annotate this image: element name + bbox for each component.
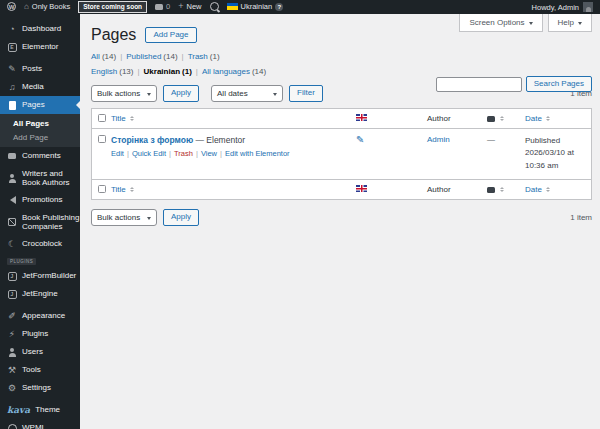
sidebar-item-label: Plugins	[22, 329, 48, 338]
submenu-item-all-pages[interactable]: All Pages	[0, 116, 80, 130]
site-name-link[interactable]: ⌂ Only Books	[24, 2, 70, 11]
filter-all-languages[interactable]: All languages (14)	[202, 67, 266, 76]
screen-options-tab[interactable]: Screen Options	[459, 14, 542, 32]
howdy-account-link[interactable]: Howdy, Admin	[532, 3, 579, 12]
sort-arrows-icon	[546, 114, 550, 123]
bulk-actions-select[interactable]: Bulk actions	[91, 209, 157, 226]
sidebar-item-crocoblock[interactable]: ☾ Crocoblock	[0, 235, 80, 253]
user-avatar[interactable]	[583, 2, 593, 12]
sidebar-item-jetformbuilder[interactable]: J JetFormBuilder	[0, 267, 80, 285]
sidebar-item-label: JetFormBuilder	[22, 271, 76, 280]
wordpress-logo-icon[interactable]: W	[7, 2, 16, 11]
submenu-item-add-page[interactable]: Add Page	[0, 130, 80, 144]
filter-separator: |	[182, 52, 184, 61]
sidebar-item-label: Tools	[22, 365, 41, 374]
sidebar-item-label: Users	[22, 347, 43, 356]
filter-published[interactable]: Published (14)	[126, 52, 177, 61]
sidebar-item-jetengine[interactable]: J JetEngine	[0, 285, 80, 303]
view-action[interactable]: View	[201, 149, 217, 158]
filter-separator: |	[196, 67, 198, 76]
new-content-menu[interactable]: + New	[178, 2, 201, 11]
filter-button[interactable]: Filter	[289, 85, 323, 101]
sort-by-title[interactable]: Title	[111, 185, 134, 194]
table-row: Сторінка з формою — Elementor Edit | Qui…	[92, 129, 591, 179]
sidebar-item-dashboard[interactable]: ◔ Dashboard	[0, 20, 80, 38]
filter-separator: |	[120, 52, 122, 61]
language-switcher[interactable]: Ukrainian ?	[227, 2, 284, 11]
table-header-row: Title Author Date	[92, 109, 591, 129]
sidebar-item-kava-theme[interactable]: kava Theme	[0, 401, 80, 419]
apply-button[interactable]: Apply	[163, 209, 199, 225]
action-separator: |	[127, 149, 129, 158]
sidebar-item-comments[interactable]: Comments	[0, 147, 80, 165]
sidebar-item-settings[interactable]: ⚙ Settings	[0, 379, 80, 397]
megaphone-icon	[7, 196, 17, 204]
apply-button[interactable]: Apply	[163, 85, 199, 101]
sidebar-item-users[interactable]: Users	[0, 343, 80, 361]
admin-bar: W ⌂ Only Books Store coming soon 0 + New…	[0, 0, 600, 14]
sort-by-date[interactable]: Date	[525, 114, 550, 123]
sidebar-item-elementor[interactable]: E Elementor	[0, 38, 80, 56]
elementor-icon: E	[7, 43, 17, 52]
row-checkbox[interactable]	[98, 135, 106, 143]
jetengine-icon: J	[7, 290, 17, 299]
sort-arrows-icon	[500, 185, 504, 194]
post-state-label: — Elementor	[195, 135, 245, 145]
site-name-label: Only Books	[32, 2, 70, 11]
comments-indicator[interactable]: 0	[155, 2, 170, 11]
sidebar-item-label: Comments	[22, 151, 61, 160]
sidebar-item-tools[interactable]: ⚒ Tools	[0, 361, 80, 379]
sidebar-item-promotions[interactable]: Promotions	[0, 191, 80, 209]
uk-flag-icon	[356, 185, 367, 192]
sidebar-item-book-publishing[interactable]: Book Publishing Companies	[0, 209, 80, 235]
sidebar-item-plugins[interactable]: ⚡ Plugins	[0, 325, 80, 343]
add-page-button[interactable]: Add Page	[145, 27, 196, 43]
sort-by-date[interactable]: Date	[525, 185, 550, 194]
select-all-checkbox[interactable]	[98, 185, 106, 193]
new-label: New	[187, 2, 202, 11]
sidebar-item-label: Media	[22, 82, 44, 91]
bulk-actions-select[interactable]: Bulk actions	[91, 85, 157, 102]
sidebar-item-writers[interactable]: Writers and Book Authors	[0, 165, 80, 191]
screen-options-label: Screen Options	[469, 18, 524, 27]
search-pages-button[interactable]: Search Pages	[526, 76, 592, 92]
sidebar-item-pages[interactable]: Pages	[0, 96, 80, 114]
help-tab[interactable]: Help	[548, 14, 592, 32]
sidebar-item-wpml[interactable]: WPML	[0, 419, 80, 429]
sort-by-title[interactable]: Title	[111, 114, 134, 123]
sidebar-item-appearance[interactable]: ✐ Appearance	[0, 307, 80, 325]
filter-ukrainian-current[interactable]: Ukrainian (1)	[144, 67, 192, 76]
chevron-down-icon	[273, 93, 277, 98]
filter-separator: |	[137, 67, 139, 76]
plugins-separator-label: PLUGINS	[7, 258, 36, 265]
sort-arrows-icon	[546, 185, 550, 194]
comment-bubble-icon	[487, 187, 495, 193]
tablenav-bottom: Bulk actions Apply 1 item	[91, 209, 592, 226]
search-input[interactable]	[436, 77, 522, 92]
all-dates-select[interactable]: All dates	[211, 85, 283, 102]
search-box: Search Pages	[436, 76, 592, 92]
pages-admin-content: Screen Options Help Pages Add Page All (…	[80, 14, 600, 429]
edit-action[interactable]: Edit	[111, 149, 124, 158]
edit-square-icon	[7, 218, 17, 226]
edit-translation-pencil-icon[interactable]: ✎	[356, 134, 364, 145]
sidebar-item-media[interactable]: ♫ Media	[0, 78, 80, 96]
sort-by-comments[interactable]	[480, 114, 517, 123]
sort-by-comments[interactable]	[480, 185, 517, 194]
page-title-link[interactable]: Сторінка з формою	[111, 135, 193, 145]
quick-edit-action[interactable]: Quick Edit	[132, 149, 166, 158]
filter-trash[interactable]: Trash (1)	[188, 52, 220, 61]
filter-english[interactable]: English (13)	[91, 67, 133, 76]
select-all-checkbox[interactable]	[98, 114, 106, 122]
wpml-globe-icon	[7, 424, 17, 429]
sidebar-item-posts[interactable]: ✎ Posts	[0, 60, 80, 78]
screen-meta-tabs: Screen Options Help	[459, 14, 592, 32]
sidebar-item-label: WPML	[22, 423, 46, 429]
edit-with-elementor-action[interactable]: Edit with Elementor	[225, 149, 290, 158]
wpml-icon[interactable]	[210, 2, 219, 11]
row-actions: Edit | Quick Edit | Trash | View | Edit …	[111, 149, 350, 158]
filter-all[interactable]: All (14)	[91, 52, 116, 61]
author-link[interactable]: Admin	[427, 135, 480, 144]
store-status-badge: Store coming soon	[78, 1, 147, 13]
trash-action[interactable]: Trash	[174, 149, 193, 158]
